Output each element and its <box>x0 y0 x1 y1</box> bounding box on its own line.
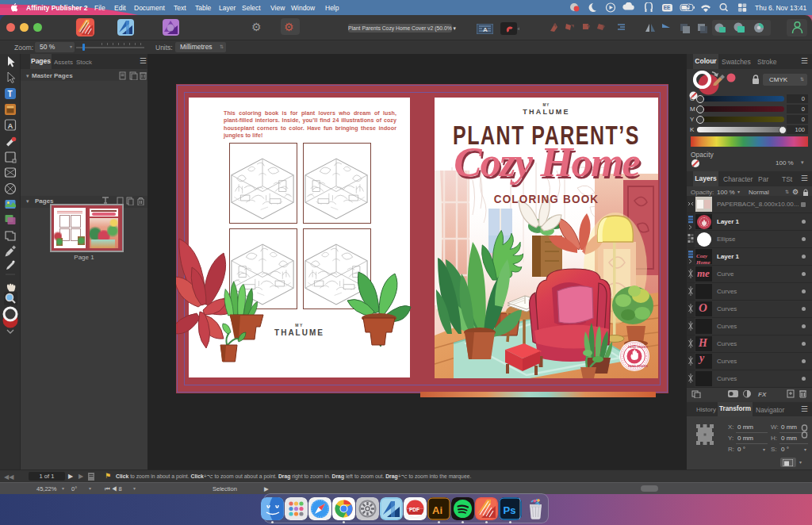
svg-text:FX: FX <box>758 391 767 398</box>
svg-text:HAND-DRAWN: HAND-DRAWN <box>628 346 648 349</box>
svg-text:Ai: Ai <box>432 504 442 516</box>
svg-text:Ps: Ps <box>504 504 516 516</box>
svg-text:T: T <box>8 90 13 98</box>
svg-text:+: + <box>517 25 519 33</box>
svg-text:A: A <box>483 26 488 33</box>
svg-text:EE: EE <box>664 5 671 10</box>
svg-text:HAND-DRAWN: HAND-DRAWN <box>628 365 648 368</box>
svg-text:A: A <box>7 121 13 130</box>
svg-text:PDF: PDF <box>409 507 419 512</box>
